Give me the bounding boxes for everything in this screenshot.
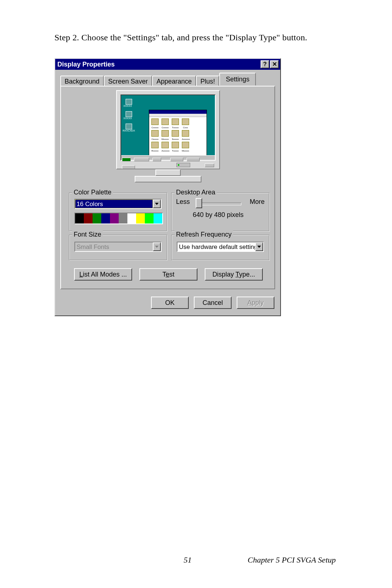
help-button[interactable]: ? xyxy=(261,60,269,68)
color-palette-legend: Color Palette xyxy=(72,189,113,196)
test-button[interactable]: Test xyxy=(139,268,197,281)
monitor-preview: XXXXX XXXXX RXXCXDX CxxxxxCxxxxxTxxxxxCx… xyxy=(116,90,220,181)
desktop-area-slider-thumb[interactable] xyxy=(196,198,202,208)
slider-more-label: More xyxy=(250,198,265,206)
font-size-legend: Font Size xyxy=(72,231,103,238)
chapter-title: Chapter 5 PCI SVGA Setup xyxy=(248,555,336,565)
font-size-value: Small Fonts xyxy=(75,242,153,251)
dialog-titlebar[interactable]: Display Properties ? ✕ xyxy=(55,59,280,70)
desktop-area-resolution: 640 by 480 pixels xyxy=(193,211,244,219)
group-desktop-area: Desktop Area Less More 640 by 480 pixels xyxy=(171,193,269,231)
settings-panel: XXXXX XXXXX RXXCXDX CxxxxxCxxxxxTxxxxxCx… xyxy=(60,86,275,289)
tab-strip: Background Screen Saver Appearance Plus!… xyxy=(60,75,256,86)
chevron-down-icon[interactable] xyxy=(255,242,263,251)
tab-screen-saver[interactable]: Screen Saver xyxy=(104,76,152,86)
group-font-size: Font Size Small Fonts xyxy=(69,235,167,260)
color-palette-value: 16 Colors xyxy=(75,200,153,208)
tab-plus[interactable]: Plus! xyxy=(196,76,219,86)
chevron-down-icon xyxy=(153,242,161,251)
group-color-palette: Color Palette 16 Colors xyxy=(69,193,167,231)
tab-settings[interactable]: Settings xyxy=(219,73,256,86)
desktop-area-legend: Desktop Area xyxy=(175,189,217,196)
document-page: Step 2. Choose the "Settings" tab, and p… xyxy=(0,0,392,588)
close-button[interactable]: ✕ xyxy=(270,60,279,68)
color-swatch-strip xyxy=(74,213,163,224)
refresh-frequency-legend: Refresh Frequency xyxy=(175,231,233,238)
color-palette-dropdown[interactable]: 16 Colors xyxy=(74,199,162,209)
font-size-dropdown: Small Fonts xyxy=(74,242,162,252)
refresh-frequency-value: Use hardware default setting xyxy=(177,242,255,251)
group-refresh-frequency: Refresh Frequency Use hardware default s… xyxy=(171,235,269,260)
tab-appearance[interactable]: Appearance xyxy=(152,76,196,86)
display-type-button[interactable]: Display Type... xyxy=(205,268,263,281)
list-all-modes-button[interactable]: List All Modes ... xyxy=(74,268,132,281)
slider-less-label: Less xyxy=(176,198,190,206)
chevron-down-icon[interactable] xyxy=(153,200,161,208)
page-number: 51 xyxy=(184,555,192,565)
ok-button[interactable]: OK xyxy=(151,297,189,309)
display-properties-dialog: Display Properties ? ✕ Background Screen… xyxy=(54,58,281,316)
desktop-area-slider-track[interactable] xyxy=(197,202,241,205)
step-instruction: Step 2. Choose the "Settings" tab, and p… xyxy=(54,33,307,43)
dialog-title: Display Properties xyxy=(57,59,260,70)
refresh-frequency-dropdown[interactable]: Use hardware default setting xyxy=(177,242,264,252)
tab-background[interactable]: Background xyxy=(60,76,104,86)
cancel-button[interactable]: Cancel xyxy=(194,297,232,309)
apply-button: Apply xyxy=(237,297,274,309)
